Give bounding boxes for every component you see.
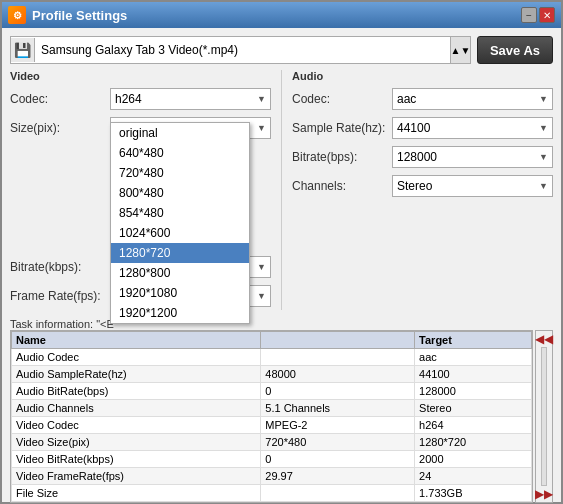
row-target: aac [415, 349, 532, 366]
audio-bitrate-arrow: ▼ [539, 152, 548, 162]
row-source: MPEG-2 [261, 417, 415, 434]
row-source: 720*480 [261, 434, 415, 451]
video-size-label: Size(pix): [10, 121, 110, 135]
scrollbar-track[interactable] [541, 347, 547, 486]
table-area: Name Target Audio Codec aac [10, 330, 533, 503]
audio-section-label: Audio [292, 70, 553, 82]
table-scroll-wrapper: Name Target Audio Codec aac [10, 330, 553, 503]
col-header-target: Target [415, 332, 532, 349]
table-row: Video FrameRate(fps) 29.97 24 [12, 468, 532, 485]
video-framerate-label: Frame Rate(fps): [10, 289, 110, 303]
main-content: 💾 Samsung Galaxy Tab 3 Video(*.mp4) ▲▼ S… [2, 28, 561, 504]
row-source: 0 [261, 383, 415, 400]
video-framerate-arrow: ▼ [257, 291, 266, 301]
video-bitrate-label: Bitrate(kbps): [10, 260, 110, 274]
video-settings-col: Video Codec: h264 ▼ Size(pix): 1280*720 … [10, 70, 271, 310]
profile-selector[interactable]: 💾 Samsung Galaxy Tab 3 Video(*.mp4) ▲▼ [10, 36, 471, 64]
titlebar-left: ⚙ Profile Settings [8, 6, 127, 24]
minimize-button[interactable]: − [521, 7, 537, 23]
row-name: Video Codec [12, 417, 261, 434]
row-name: Audio BitRate(bps) [12, 383, 261, 400]
audio-codec-select[interactable]: aac ▼ [392, 88, 553, 110]
video-codec-row: Codec: h264 ▼ [10, 88, 271, 110]
dropdown-item-800[interactable]: 800*480 [111, 183, 249, 203]
row-target: 24 [415, 468, 532, 485]
audio-samplerate-label: Sample Rate(hz): [292, 121, 392, 135]
audio-samplerate-arrow: ▼ [539, 123, 548, 133]
dropdown-item-1280-800[interactable]: 1280*800 [111, 263, 249, 283]
row-target: 1.733GB [415, 485, 532, 502]
audio-channels-value: Stereo [397, 179, 432, 193]
video-size-arrow: ▼ [257, 123, 266, 133]
dropdown-item-1920-1200[interactable]: 1920*1200 [111, 303, 249, 323]
profile-row: 💾 Samsung Galaxy Tab 3 Video(*.mp4) ▲▼ S… [10, 36, 553, 64]
video-codec-value: h264 [115, 92, 142, 106]
col-divider [281, 70, 282, 310]
dropdown-item-1024[interactable]: 1024*600 [111, 223, 249, 243]
row-source [261, 485, 415, 502]
titlebar: ⚙ Profile Settings − ✕ [2, 2, 561, 28]
table-row: Video Codec MPEG-2 h264 [12, 417, 532, 434]
row-target: h264 [415, 417, 532, 434]
dropdown-item-1280-720[interactable]: 1280*720 [111, 243, 249, 263]
save-as-button[interactable]: Save As [477, 36, 553, 64]
col-header-name: Name [12, 332, 261, 349]
audio-samplerate-value: 44100 [397, 121, 430, 135]
row-source: 29.97 [261, 468, 415, 485]
row-name: Audio Codec [12, 349, 261, 366]
table-row: Audio SampleRate(hz) 48000 44100 [12, 366, 532, 383]
window-title: Profile Settings [32, 8, 127, 23]
col-header-source [261, 332, 415, 349]
dropdown-item-854[interactable]: 854*480 [111, 203, 249, 223]
audio-settings-col: Audio Codec: aac ▼ Sample Rate(hz): 4410… [292, 70, 553, 310]
row-target: Stereo [415, 400, 532, 417]
row-name: Video FrameRate(fps) [12, 468, 261, 485]
video-section-label: Video [10, 70, 271, 82]
table-row: Video BitRate(kbps) 0 2000 [12, 451, 532, 468]
row-name: Audio Channels [12, 400, 261, 417]
audio-bitrate-value: 128000 [397, 150, 437, 164]
audio-channels-label: Channels: [292, 179, 392, 193]
dropdown-item-720[interactable]: 720*480 [111, 163, 249, 183]
row-name: Audio SampleRate(hz) [12, 366, 261, 383]
app-icon: ⚙ [8, 6, 26, 24]
settings-columns: Video Codec: h264 ▼ Size(pix): 1280*720 … [10, 70, 553, 310]
profile-icon: 💾 [11, 38, 35, 62]
audio-channels-select[interactable]: Stereo ▼ [392, 175, 553, 197]
row-target: 2000 [415, 451, 532, 468]
audio-codec-value: aac [397, 92, 416, 106]
task-table[interactable]: Name Target Audio Codec aac [10, 330, 533, 503]
dropdown-item-original[interactable]: original [111, 123, 249, 143]
titlebar-controls: − ✕ [521, 7, 555, 23]
row-name: File Size [12, 485, 261, 502]
task-section: Task information: "<E Name Target [10, 316, 553, 504]
size-dropdown[interactable]: original 640*480 720*480 800*480 854*480… [110, 122, 250, 324]
audio-codec-arrow: ▼ [539, 94, 548, 104]
audio-samplerate-row: Sample Rate(hz): 44100 ▼ [292, 117, 553, 139]
row-name: Video Size(pix) [12, 434, 261, 451]
audio-bitrate-select[interactable]: 128000 ▼ [392, 146, 553, 168]
table-row: File Size 1.733GB [12, 485, 532, 502]
table-row: Audio Channels 5.1 Channels Stereo [12, 400, 532, 417]
scroll-down-button[interactable]: ▶▶ [535, 488, 553, 500]
video-codec-label: Codec: [10, 92, 110, 106]
profile-dropdown-arrow[interactable]: ▲▼ [450, 37, 470, 63]
profile-settings-window: ⚙ Profile Settings − ✕ 💾 Samsung Galaxy … [0, 0, 563, 504]
scroll-up-button[interactable]: ◀◀ [535, 333, 553, 345]
row-target: 44100 [415, 366, 532, 383]
row-source: 5.1 Channels [261, 400, 415, 417]
dropdown-item-1920-1080[interactable]: 1920*1080 [111, 283, 249, 303]
video-bitrate-arrow: ▼ [257, 262, 266, 272]
audio-codec-row: Codec: aac ▼ [292, 88, 553, 110]
scrollbar[interactable]: ◀◀ ▶▶ [535, 330, 553, 503]
task-info-row: Task information: "<E [10, 318, 553, 330]
video-codec-arrow: ▼ [257, 94, 266, 104]
audio-channels-row: Channels: Stereo ▼ [292, 175, 553, 197]
dropdown-item-640[interactable]: 640*480 [111, 143, 249, 163]
table-row: Video Size(pix) 720*480 1280*720 [12, 434, 532, 451]
video-codec-select[interactable]: h264 ▼ [110, 88, 271, 110]
audio-samplerate-select[interactable]: 44100 ▼ [392, 117, 553, 139]
close-button[interactable]: ✕ [539, 7, 555, 23]
row-name: Video BitRate(kbps) [12, 451, 261, 468]
profile-name: Samsung Galaxy Tab 3 Video(*.mp4) [35, 43, 450, 57]
